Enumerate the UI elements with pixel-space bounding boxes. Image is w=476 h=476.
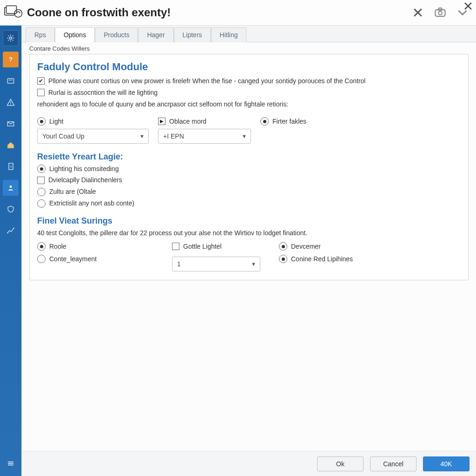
sidebar-item-home[interactable]	[3, 137, 19, 153]
radio-devcemer[interactable]: Devcemer	[279, 242, 400, 251]
svg-point-13	[10, 104, 11, 105]
chevron-down-icon: ▼	[251, 261, 256, 267]
tab-bar: Rps Options Products Hager Lipters Hitli…	[22, 26, 476, 42]
radio-label: Zultu are (Oltale	[49, 187, 96, 196]
dialog-footer: Ok Cancel 40K	[22, 451, 476, 476]
tab-options[interactable]: Options	[55, 27, 95, 42]
section-title-finel: Finel Vieat Surings	[37, 216, 461, 226]
dropdown-value: Yourl Coad Up	[42, 132, 85, 140]
title-bar: Coone on frostwith exenty!	[0, 0, 476, 26]
cancel-button[interactable]: Cancel	[370, 456, 416, 471]
checkbox-label: Dvielcaplly Dialinchenlers	[48, 176, 122, 185]
section-title-faduly: Faduly Control Module	[37, 61, 461, 73]
radio-icon	[37, 117, 46, 126]
sidebar-item-board[interactable]	[3, 73, 19, 89]
tab-hager[interactable]: Hager	[138, 27, 173, 42]
svg-rect-7	[438, 8, 442, 11]
checkbox-pllone[interactable]: Pllone wias count cortius on vew prower …	[37, 77, 461, 86]
radio-label: Firter fakles	[272, 117, 306, 126]
radio-light[interactable]: Light	[37, 117, 158, 126]
svg-point-18	[7, 232, 8, 234]
svg-point-8	[10, 37, 12, 40]
chevron-down-icon: ▼	[242, 133, 247, 139]
sidebar-item-mail[interactable]	[3, 116, 19, 132]
svg-point-6	[438, 11, 442, 15]
group-legend: Contare Codes Willers	[29, 45, 469, 52]
radio-conte-leayment[interactable]: Conte_leayment	[37, 255, 172, 264]
radio-icon	[260, 117, 269, 126]
checkbox-icon	[37, 77, 45, 85]
sidebar-item-graph[interactable]	[3, 223, 19, 238]
radio-icon	[37, 199, 46, 208]
checkbox-dvielcaplly[interactable]: Dvielcaplly Dialinchenlers	[37, 176, 461, 185]
svg-point-3	[17, 12, 18, 13]
app-icon	[3, 3, 25, 22]
dropdown-value: 1	[177, 260, 181, 268]
sidebar-item-gear[interactable]	[3, 30, 19, 46]
checkbox-icon	[37, 177, 45, 184]
radio-icon	[279, 242, 287, 251]
window-close-icon[interactable]	[463, 1, 473, 11]
dropdown-light[interactable]: Yourl Coad Up ▼	[37, 129, 149, 144]
checkbox-gottle[interactable]: Gottle Lightel	[172, 242, 279, 251]
radio-conine[interactable]: Conine Red Lipihines	[279, 255, 400, 264]
radio-label: Devcemer	[291, 242, 321, 251]
sidebar-item-menu[interactable]	[3, 456, 19, 471]
checkbox-icon	[37, 89, 45, 96]
checkbox-label: Oblace mord	[169, 117, 206, 126]
svg-point-19	[13, 228, 14, 229]
radio-icon	[37, 255, 46, 263]
apply-button[interactable]: 40K	[423, 456, 469, 471]
play-icon	[158, 118, 165, 125]
radio-label: Conine Red Lipihines	[291, 255, 353, 264]
radio-label: Lighting his comsiteding	[49, 165, 119, 173]
checkbox-label: Gottle Lightel	[183, 242, 222, 251]
ok-button[interactable]: Ok	[317, 456, 364, 471]
radio-label: Roole	[49, 242, 66, 251]
settings-group: Faduly Control Module Pllone wias count …	[29, 54, 469, 280]
checkbox-label: Rurlai is assocntion the will ite lighti…	[48, 88, 158, 97]
sidebar-item-user[interactable]	[3, 180, 19, 196]
sidebar-item-warning[interactable]	[3, 94, 19, 110]
dropdown-gottle[interactable]: 1 ▼	[172, 257, 260, 271]
checkbox-rurlai[interactable]: Rurlai is assocntion the will ite lighti…	[37, 88, 461, 97]
close-icon[interactable]	[412, 7, 424, 19]
svg-point-17	[10, 185, 12, 188]
checkbox-icon	[172, 243, 179, 250]
window-title: Coone on frostwith exenty!	[25, 6, 171, 19]
radio-filter[interactable]: Firter fakles	[260, 117, 363, 126]
radio-roole[interactable]: Roole	[37, 242, 172, 251]
radio-lighting[interactable]: Lighting his comsiteding	[37, 165, 461, 173]
checkbox-label: Pllone wias count cortius on vew prower …	[48, 77, 365, 86]
sidebar-item-doc[interactable]: X	[3, 159, 19, 174]
paragraph: rehonident ags to focule of quuny and be…	[37, 100, 461, 109]
radio-icon	[37, 242, 46, 251]
radio-icon	[37, 188, 46, 196]
radio-label: Light	[49, 117, 63, 126]
section-finel-desc: 40 test Conglolts, the pillere dar for 2…	[37, 229, 461, 238]
chevron-down-icon: ▼	[139, 133, 145, 139]
svg-text:?: ?	[9, 56, 13, 63]
tab-rps[interactable]: Rps	[26, 27, 55, 42]
radio-label: Conte_leayment	[49, 255, 97, 264]
radio-zultu[interactable]: Zultu are (Oltale	[37, 187, 461, 196]
svg-point-4	[19, 12, 20, 13]
tab-lipters[interactable]: Lipters	[174, 27, 211, 42]
section-title-resiette: Resiette Yreart Lagie:	[37, 152, 461, 162]
sidebar-item-shield[interactable]	[3, 201, 19, 217]
radio-label: Extrictislit any nort asb conte)	[49, 199, 134, 208]
radio-icon	[37, 165, 46, 173]
dropdown-epn[interactable]: +I EPN ▼	[158, 129, 251, 144]
svg-rect-10	[7, 79, 13, 83]
radio-extrictislit[interactable]: Extrictislit any nort asb conte)	[37, 199, 461, 208]
svg-text:X: X	[10, 165, 12, 169]
radio-icon	[279, 255, 287, 263]
tab-hitling[interactable]: Hitling	[211, 27, 247, 42]
tab-products[interactable]: Products	[95, 27, 138, 42]
sidebar: ? X	[0, 26, 21, 476]
dropdown-value: +I EPN	[163, 132, 184, 140]
camera-icon[interactable]	[434, 7, 446, 19]
sidebar-item-help[interactable]: ?	[3, 52, 19, 67]
checkbox-oblace[interactable]: Oblace mord	[158, 117, 260, 126]
